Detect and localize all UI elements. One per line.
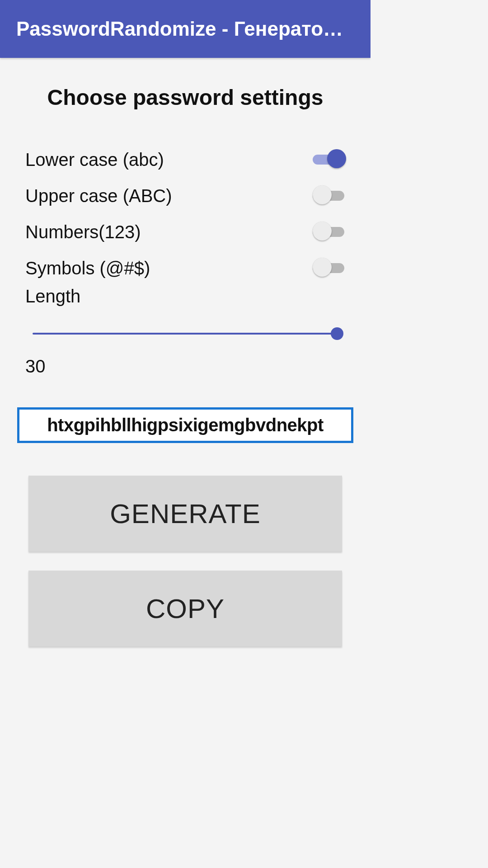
copy-button-label: COPY [146,593,225,624]
setting-row-numbers: Numbers(123) [25,214,345,250]
setting-label: Upper case (ABC) [25,186,172,206]
setting-label: Symbols (@#$) [25,258,150,278]
length-section: Length 30 [25,286,345,377]
length-value: 30 [25,356,345,377]
setting-label: Numbers(123) [25,222,141,242]
setting-row-lower-case: Lower case (abc) [25,142,345,178]
upper-case-toggle[interactable] [313,185,345,206]
content: Choose password settings Lower case (abc… [0,85,371,646]
lower-case-toggle[interactable] [313,149,345,170]
generated-password-output[interactable]: htxgpihbllhigpsixigemgbvdnekpt [17,407,353,443]
setting-row-symbols: Symbols (@#$) [25,250,345,286]
generate-button[interactable]: GENERATE [28,476,342,552]
symbols-toggle[interactable] [313,258,345,278]
app-title: PasswordRandomize - Генератор… [16,18,354,40]
setting-label: Lower case (abc) [25,150,164,170]
length-label: Length [25,286,345,307]
numbers-toggle[interactable] [313,222,345,242]
generate-button-label: GENERATE [110,498,261,529]
setting-row-upper-case: Upper case (ABC) [25,178,345,214]
page-heading: Choose password settings [25,85,345,110]
app-bar: PasswordRandomize - Генератор… [0,0,371,58]
copy-button[interactable]: COPY [28,571,342,646]
settings-list: Lower case (abc) Upper case (ABC) Number… [25,142,345,377]
length-slider[interactable] [33,325,338,343]
